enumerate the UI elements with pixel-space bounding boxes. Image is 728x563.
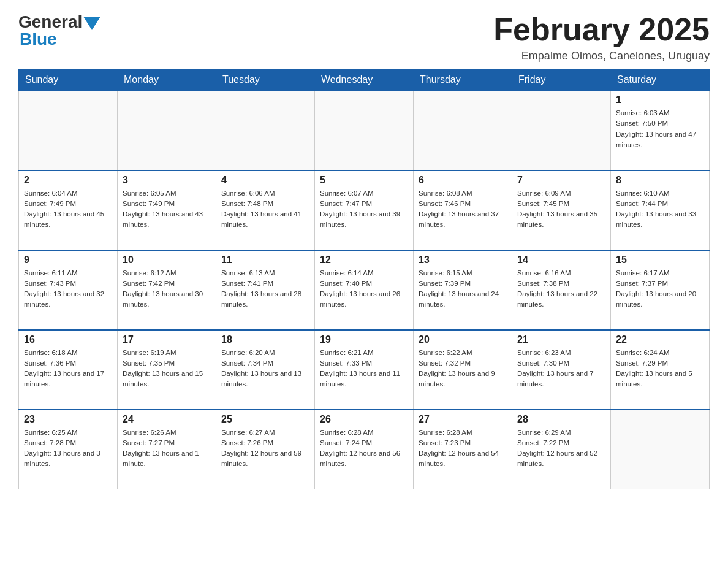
day-info: Sunrise: 6:08 AM Sunset: 7:46 PM Dayligh… <box>419 188 507 231</box>
calendar-cell: 19Sunrise: 6:21 AM Sunset: 7:33 PM Dayli… <box>315 330 414 410</box>
calendar-cell <box>118 91 216 170</box>
calendar-cell: 24Sunrise: 6:26 AM Sunset: 7:27 PM Dayli… <box>118 410 216 489</box>
logo-blue: Blue <box>18 29 57 49</box>
calendar-week-row: 23Sunrise: 6:25 AM Sunset: 7:28 PM Dayli… <box>19 410 710 489</box>
calendar-cell: 8Sunrise: 6:10 AM Sunset: 7:44 PM Daylig… <box>611 170 710 250</box>
calendar-cell: 12Sunrise: 6:14 AM Sunset: 7:40 PM Dayli… <box>315 250 414 330</box>
day-info: Sunrise: 6:23 AM Sunset: 7:30 PM Dayligh… <box>517 348 605 390</box>
calendar-header-row: SundayMondayTuesdayWednesdayThursdayFrid… <box>19 69 710 91</box>
day-info: Sunrise: 6:24 AM Sunset: 7:29 PM Dayligh… <box>616 348 704 390</box>
day-number: 25 <box>221 414 309 425</box>
day-info: Sunrise: 6:20 AM Sunset: 7:34 PM Dayligh… <box>221 348 309 390</box>
day-number: 7 <box>517 175 605 186</box>
month-title: February 2025 <box>493 12 710 47</box>
day-info: Sunrise: 6:07 AM Sunset: 7:47 PM Dayligh… <box>320 188 408 231</box>
calendar-cell: 9Sunrise: 6:11 AM Sunset: 7:43 PM Daylig… <box>19 250 118 330</box>
calendar-cell: 28Sunrise: 6:29 AM Sunset: 7:22 PM Dayli… <box>512 410 611 489</box>
day-number: 26 <box>320 414 408 425</box>
calendar-cell: 15Sunrise: 6:17 AM Sunset: 7:37 PM Dayli… <box>611 250 710 330</box>
calendar-week-row: 16Sunrise: 6:18 AM Sunset: 7:36 PM Dayli… <box>19 330 710 410</box>
day-info: Sunrise: 6:15 AM Sunset: 7:39 PM Dayligh… <box>419 268 507 310</box>
day-info: Sunrise: 6:13 AM Sunset: 7:41 PM Dayligh… <box>221 268 309 310</box>
column-header-sunday: Sunday <box>19 69 118 91</box>
day-info: Sunrise: 6:06 AM Sunset: 7:48 PM Dayligh… <box>221 188 309 231</box>
day-number: 3 <box>123 175 211 186</box>
day-number: 23 <box>24 414 112 425</box>
calendar-cell: 2Sunrise: 6:04 AM Sunset: 7:49 PM Daylig… <box>19 170 118 250</box>
day-info: Sunrise: 6:26 AM Sunset: 7:27 PM Dayligh… <box>123 427 211 470</box>
calendar-week-row: 9Sunrise: 6:11 AM Sunset: 7:43 PM Daylig… <box>19 250 710 330</box>
day-info: Sunrise: 6:27 AM Sunset: 7:26 PM Dayligh… <box>221 427 309 470</box>
column-header-monday: Monday <box>118 69 216 91</box>
logo: General Blue <box>18 12 100 49</box>
column-header-wednesday: Wednesday <box>315 69 414 91</box>
day-info: Sunrise: 6:12 AM Sunset: 7:42 PM Dayligh… <box>123 268 211 310</box>
calendar-cell: 17Sunrise: 6:19 AM Sunset: 7:35 PM Dayli… <box>118 330 216 410</box>
calendar-cell: 22Sunrise: 6:24 AM Sunset: 7:29 PM Dayli… <box>611 330 710 410</box>
day-number: 22 <box>616 334 704 345</box>
day-number: 14 <box>517 255 605 266</box>
day-info: Sunrise: 6:03 AM Sunset: 7:50 PM Dayligh… <box>616 108 704 150</box>
day-number: 28 <box>517 414 605 425</box>
day-number: 1 <box>616 94 704 105</box>
day-info: Sunrise: 6:09 AM Sunset: 7:45 PM Dayligh… <box>517 188 605 231</box>
location-subtitle: Empalme Olmos, Canelones, Uruguay <box>493 50 710 63</box>
column-header-tuesday: Tuesday <box>216 69 315 91</box>
column-header-saturday: Saturday <box>611 69 710 91</box>
day-number: 20 <box>419 334 507 345</box>
calendar-week-row: 2Sunrise: 6:04 AM Sunset: 7:49 PM Daylig… <box>19 170 710 250</box>
day-number: 19 <box>320 334 408 345</box>
day-number: 11 <box>221 255 309 266</box>
calendar-cell <box>315 91 414 170</box>
day-info: Sunrise: 6:16 AM Sunset: 7:38 PM Dayligh… <box>517 268 605 310</box>
day-number: 8 <box>616 175 704 186</box>
day-number: 9 <box>24 255 112 266</box>
day-number: 27 <box>419 414 507 425</box>
logo-arrow-icon <box>83 17 100 30</box>
day-info: Sunrise: 6:29 AM Sunset: 7:22 PM Dayligh… <box>517 427 605 470</box>
calendar-cell: 5Sunrise: 6:07 AM Sunset: 7:47 PM Daylig… <box>315 170 414 250</box>
day-info: Sunrise: 6:22 AM Sunset: 7:32 PM Dayligh… <box>419 348 507 390</box>
calendar-cell: 14Sunrise: 6:16 AM Sunset: 7:38 PM Dayli… <box>512 250 611 330</box>
day-number: 12 <box>320 255 408 266</box>
day-number: 5 <box>320 175 408 186</box>
calendar-cell <box>512 91 611 170</box>
day-info: Sunrise: 6:17 AM Sunset: 7:37 PM Dayligh… <box>616 268 704 310</box>
day-number: 6 <box>419 175 507 186</box>
day-number: 10 <box>123 255 211 266</box>
calendar-week-row: 1Sunrise: 6:03 AM Sunset: 7:50 PM Daylig… <box>19 91 710 170</box>
calendar-cell: 13Sunrise: 6:15 AM Sunset: 7:39 PM Dayli… <box>414 250 512 330</box>
day-number: 21 <box>517 334 605 345</box>
day-info: Sunrise: 6:19 AM Sunset: 7:35 PM Dayligh… <box>123 348 211 390</box>
calendar-cell <box>414 91 512 170</box>
title-section: February 2025 Empalme Olmos, Canelones, … <box>493 12 710 63</box>
day-number: 4 <box>221 175 309 186</box>
day-info: Sunrise: 6:18 AM Sunset: 7:36 PM Dayligh… <box>24 348 112 390</box>
day-info: Sunrise: 6:10 AM Sunset: 7:44 PM Dayligh… <box>616 188 704 231</box>
calendar-cell: 10Sunrise: 6:12 AM Sunset: 7:42 PM Dayli… <box>118 250 216 330</box>
calendar-cell: 1Sunrise: 6:03 AM Sunset: 7:50 PM Daylig… <box>611 91 710 170</box>
calendar-cell: 27Sunrise: 6:28 AM Sunset: 7:23 PM Dayli… <box>414 410 512 489</box>
day-number: 2 <box>24 175 112 186</box>
day-number: 18 <box>221 334 309 345</box>
column-header-friday: Friday <box>512 69 611 91</box>
day-info: Sunrise: 6:14 AM Sunset: 7:40 PM Dayligh… <box>320 268 408 310</box>
calendar-cell <box>611 410 710 489</box>
calendar-cell: 11Sunrise: 6:13 AM Sunset: 7:41 PM Dayli… <box>216 250 315 330</box>
column-header-thursday: Thursday <box>414 69 512 91</box>
calendar-cell: 23Sunrise: 6:25 AM Sunset: 7:28 PM Dayli… <box>19 410 118 489</box>
day-info: Sunrise: 6:28 AM Sunset: 7:24 PM Dayligh… <box>320 427 408 470</box>
day-number: 15 <box>616 255 704 266</box>
calendar-table: SundayMondayTuesdayWednesdayThursdayFrid… <box>18 69 710 489</box>
calendar-cell: 20Sunrise: 6:22 AM Sunset: 7:32 PM Dayli… <box>414 330 512 410</box>
calendar-cell: 18Sunrise: 6:20 AM Sunset: 7:34 PM Dayli… <box>216 330 315 410</box>
calendar-cell: 7Sunrise: 6:09 AM Sunset: 7:45 PM Daylig… <box>512 170 611 250</box>
calendar-cell: 6Sunrise: 6:08 AM Sunset: 7:46 PM Daylig… <box>414 170 512 250</box>
calendar-cell: 21Sunrise: 6:23 AM Sunset: 7:30 PM Dayli… <box>512 330 611 410</box>
calendar-cell: 26Sunrise: 6:28 AM Sunset: 7:24 PM Dayli… <box>315 410 414 489</box>
calendar-cell <box>19 91 118 170</box>
day-info: Sunrise: 6:28 AM Sunset: 7:23 PM Dayligh… <box>419 427 507 470</box>
page-header: General Blue February 2025 Empalme Olmos… <box>18 12 710 63</box>
day-number: 24 <box>123 414 211 425</box>
day-info: Sunrise: 6:11 AM Sunset: 7:43 PM Dayligh… <box>24 268 112 310</box>
